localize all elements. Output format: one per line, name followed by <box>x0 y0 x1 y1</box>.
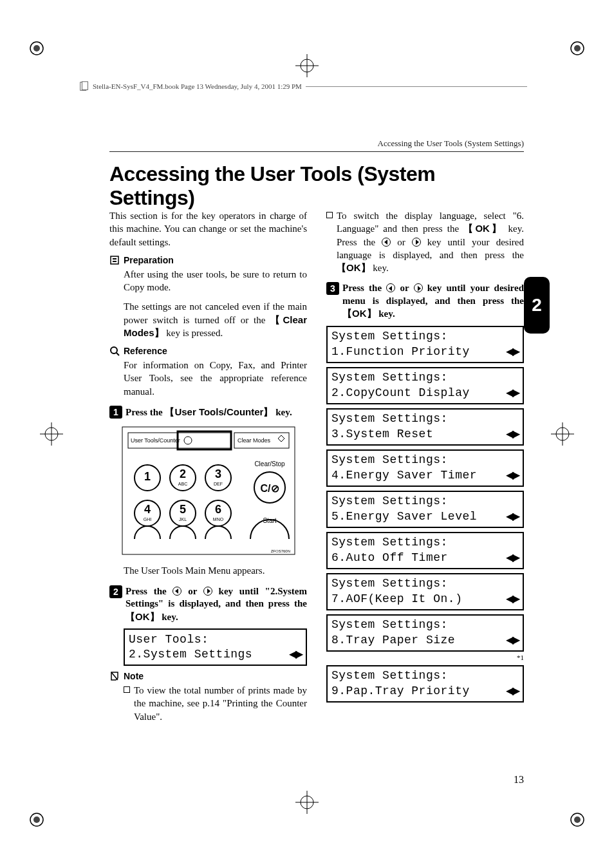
right-arrow-icon <box>414 283 423 292</box>
lcd-line1: System Settings: <box>331 453 519 467</box>
note-item-1: To view the total number of prints made … <box>124 684 307 723</box>
intro-text: This section is for the key operators in… <box>109 209 307 249</box>
preparation-icon <box>109 255 120 265</box>
book-header-text: Stella-EN-SysF_V4_FM.book Page 13 Wednes… <box>93 82 302 90</box>
ok-key: OK <box>463 223 503 234</box>
svg-text:DEF: DEF <box>214 482 223 486</box>
svg-rect-22 <box>111 256 118 264</box>
nav-arrows-icon: ◀▶ <box>506 386 519 400</box>
bullet-icon <box>326 212 333 218</box>
preparation-p2: The settings are not canceled even if th… <box>124 300 307 339</box>
svg-text:MNO: MNO <box>212 517 223 522</box>
ok-key: OK <box>342 308 377 319</box>
reference-label: Reference <box>124 346 167 356</box>
lcd-line2: 6.Auto Off Timer <box>331 551 448 565</box>
svg-point-5 <box>33 816 40 823</box>
svg-point-25 <box>111 347 117 354</box>
nav-arrows-icon: ◀▶ <box>506 551 519 565</box>
svg-text:C/⊘: C/⊘ <box>260 483 279 494</box>
nav-arrows-icon: ◀▶ <box>506 634 519 647</box>
preparation-heading: Preparation <box>109 255 307 265</box>
lcd-line1: System Settings: <box>331 494 519 509</box>
lcd-system-settings-2: System Settings:2.CopyCount Display◀▶ <box>326 367 524 404</box>
keypad-code: ZFOS760N <box>270 549 290 553</box>
ok-key: OK <box>126 611 160 622</box>
nav-arrows-icon: ◀▶ <box>506 469 519 482</box>
svg-point-7 <box>574 816 581 823</box>
lcd-line2: 2.System Settings <box>129 647 252 662</box>
lcd-system-settings-6: System Settings:6.Auto Off Timer◀▶ <box>326 532 524 569</box>
page-number: 13 <box>514 774 524 786</box>
lcd-line2: 2.CopyCount Display <box>331 386 470 401</box>
reference-heading: Reference <box>109 346 307 356</box>
lcd-system-settings-5: System Settings:5.Energy Saver Level◀▶ <box>326 491 524 528</box>
left-arrow-icon <box>382 238 391 247</box>
step-badge-2: 2 <box>109 585 122 598</box>
svg-text:JKL: JKL <box>178 517 186 522</box>
nav-arrows-icon: ◀▶ <box>289 648 302 661</box>
lcd-line1: System Settings: <box>331 370 519 385</box>
running-head: Accessing the User Tools (System Setting… <box>378 138 524 149</box>
svg-line-26 <box>116 353 119 355</box>
keypad-clearmodes-label: Clear Modes <box>237 437 271 444</box>
book-icon <box>79 80 90 92</box>
print-mark-br <box>568 810 587 829</box>
ok-key: OK <box>337 262 371 273</box>
lcd-line2: 4.Energy Saver Timer <box>331 468 477 483</box>
lcd-line2: 5.Energy Saver Level <box>331 509 477 524</box>
user-tools-counter-key: User Tools/Counter <box>165 406 273 417</box>
right-column: To switch the display language, select "… <box>326 209 524 727</box>
lcd-system-settings-3: System Settings:3.System Reset◀▶ <box>326 408 524 446</box>
lcd-system-settings-4: System Settings:4.Energy Saver Timer◀▶ <box>326 449 524 487</box>
footnote-marker: *1 <box>326 654 524 661</box>
svg-point-1 <box>33 45 40 52</box>
note-icon <box>109 671 120 681</box>
lcd-line1: System Settings: <box>331 411 519 426</box>
book-header: Stella-EN-SysF_V4_FM.book Page 13 Wednes… <box>79 80 527 92</box>
left-column: This section is for the key operators in… <box>109 209 307 727</box>
lcd-system-settings-7: System Settings:7.AOF(Keep It On.)◀▶ <box>326 573 524 610</box>
svg-text:2: 2 <box>179 467 185 480</box>
note-heading: Note <box>109 671 307 681</box>
svg-text:ABC: ABC <box>178 482 187 486</box>
svg-text:4: 4 <box>144 503 150 516</box>
keypad-usertools-label: User Tools/Counter <box>131 437 180 444</box>
lcd-system-settings-8: System Settings:8.Tray Paper Size◀▶ <box>326 614 524 652</box>
lcd-line1: System Settings: <box>331 618 519 632</box>
reference-text: For information on Copy, Fax, and Printe… <box>124 359 307 398</box>
lcd-line1: System Settings: <box>331 668 519 683</box>
running-head-rule <box>109 151 524 152</box>
step-3: 3 Press the or key until your desired me… <box>326 282 524 321</box>
preparation-p1: After using the user tools, be sure to r… <box>124 268 307 294</box>
lcd-system-settings-9: System Settings:9.Pap.Tray Priority◀▶ <box>326 665 524 703</box>
lcd-line1: System Settings: <box>331 576 519 591</box>
crosshair-left <box>39 421 64 447</box>
lcd-line2: 1.Function Priority <box>331 344 470 359</box>
bullet-icon <box>124 686 130 693</box>
note-item-2: To switch the display language, select "… <box>326 209 524 274</box>
svg-text:6: 6 <box>214 503 221 516</box>
nav-arrows-icon: ◀▶ <box>506 345 519 359</box>
lcd-line1: System Settings: <box>331 329 519 344</box>
right-arrow-icon <box>412 238 421 247</box>
lcd-line2: 7.AOF(Keep It On.) <box>331 592 462 607</box>
svg-text:5: 5 <box>179 503 185 516</box>
svg-point-3 <box>574 45 581 52</box>
preparation-label: Preparation <box>124 255 174 265</box>
lcd-line1: System Settings: <box>331 535 519 550</box>
chapter-number: 2 <box>532 295 542 316</box>
crosshair-right <box>550 421 575 447</box>
lcd-system-settings-1: System Settings:1.Function Priority◀▶ <box>326 326 524 363</box>
after-figure-text: The User Tools Main Menu appears. <box>124 564 307 577</box>
svg-text:1: 1 <box>144 470 150 483</box>
print-mark-tl <box>27 39 46 58</box>
step-1: 1 Press the User Tools/Counter key. <box>109 406 307 419</box>
reference-icon <box>109 346 120 356</box>
nav-arrows-icon: ◀▶ <box>506 684 519 698</box>
lcd-line1: User Tools: <box>129 632 302 647</box>
step-badge-1: 1 <box>109 406 122 419</box>
crosshair-bottom <box>294 789 320 815</box>
lcd-line2: 8.Tray Paper Size <box>331 633 455 648</box>
crosshair-top <box>294 53 320 79</box>
nav-arrows-icon: ◀▶ <box>506 510 519 524</box>
